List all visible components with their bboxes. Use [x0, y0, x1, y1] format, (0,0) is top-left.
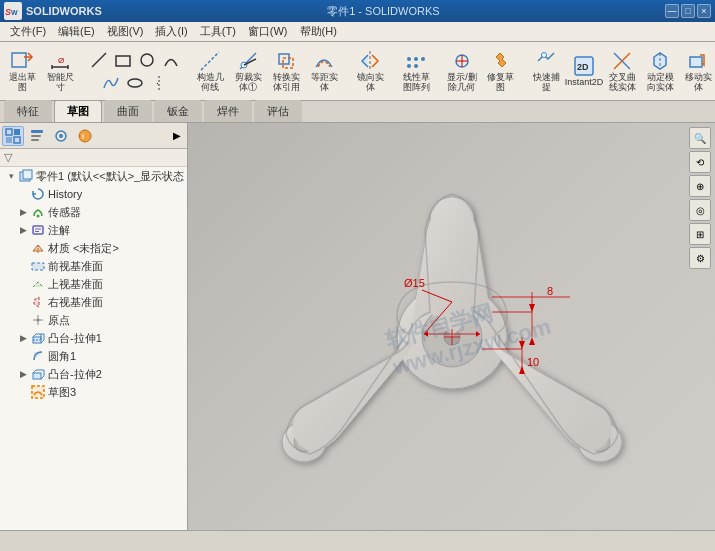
tree-expand-root[interactable]: ▾ [4, 171, 18, 181]
quick-snap-button[interactable]: 快速捕捉 [528, 46, 564, 96]
trim-button[interactable]: 剪裁实体① [230, 46, 266, 96]
menu-file[interactable]: 文件(F) [4, 22, 52, 41]
spline-tool-button[interactable] [100, 72, 122, 94]
linear-sketch-button[interactable]: 线性草图阵列 [398, 46, 434, 96]
front-plane-icon [30, 258, 46, 274]
zoom-to-fit-button[interactable]: ⊕ [689, 175, 711, 197]
tree-label-annotation: 注解 [48, 223, 70, 238]
point-tool-button[interactable]: · [148, 72, 170, 94]
smart-dim-button[interactable]: Ø 智能尺寸 [42, 46, 78, 96]
line-tool-button[interactable] [88, 49, 110, 71]
tree-item-history[interactable]: History [0, 185, 187, 203]
tree-item-annotation[interactable]: ▶ 注解 [0, 221, 187, 239]
instant2d-button[interactable]: 2D Instant2D [566, 46, 602, 96]
rotate-view-button[interactable]: ⟲ [689, 151, 711, 173]
svg-rect-60 [33, 373, 41, 379]
menu-window[interactable]: 窗口(W) [242, 22, 294, 41]
tree-item-root[interactable]: ▾ 零件1 (默认<<默认>_显示状态 1>) [0, 167, 187, 185]
menu-edit[interactable]: 编辑(E) [52, 22, 101, 41]
settings-button[interactable]: ⚙ [689, 247, 711, 269]
left-tab-more[interactable]: ▶ [169, 126, 185, 146]
sketch-toolbar: 退出草图 Ø 智能尺寸 [0, 42, 715, 100]
tree-label-top-plane: 上视基准面 [48, 277, 103, 292]
svg-line-9 [92, 53, 106, 67]
tree-expand-boss1[interactable]: ▶ [16, 333, 30, 343]
move-body-button[interactable]: 移动实体 [680, 46, 715, 96]
menu-insert[interactable]: 插入(I) [149, 22, 193, 41]
tree-label-sensor: 传感器 [48, 205, 81, 220]
tree-item-boss2[interactable]: ▶ 凸台-拉伸2 [0, 365, 187, 383]
intersect-button[interactable]: 交叉曲线实体 [604, 46, 640, 96]
tab-feature[interactable]: 特征 [4, 100, 52, 122]
tree-label-fillet1: 圆角1 [48, 349, 76, 364]
construct-geom-icon [198, 49, 222, 73]
tree-expand-sensor[interactable]: ▶ [16, 207, 30, 217]
view-orient-button[interactable]: ◎ [689, 199, 711, 221]
configuration-manager-tab[interactable] [50, 126, 72, 146]
display-style-button[interactable]: ⊞ [689, 223, 711, 245]
tree-item-sketch3[interactable]: 草图3 [0, 383, 187, 401]
svg-rect-3 [12, 53, 26, 67]
menu-tools[interactable]: 工具(T) [194, 22, 242, 41]
convert-icon [274, 49, 298, 73]
property-manager-tab[interactable] [26, 126, 48, 146]
tree-item-top-plane[interactable]: 上视基准面 [0, 275, 187, 293]
intersect-label: 交叉曲线实体 [609, 73, 636, 93]
window-controls: — □ × [665, 4, 711, 18]
convert-button[interactable]: 转换实体引用 [268, 46, 304, 96]
construct-geom-button[interactable]: 构造几何线 [192, 46, 228, 96]
tab-sheetmetal[interactable]: 钣金 [154, 100, 202, 122]
dynamic-mirror-icon [648, 49, 672, 73]
feature-manager-tab[interactable] [2, 126, 24, 146]
mirror-body-button[interactable]: 镜向实体 [352, 46, 388, 96]
offset-button[interactable]: 等距实体 [306, 46, 342, 96]
tree-expand-annotation[interactable]: ▶ [16, 225, 30, 235]
viewport[interactable]: Ø15 8 10 软件自学网www.rjzxw.com [188, 123, 715, 530]
show-geom-button[interactable]: 显示/删除几何 [444, 46, 480, 96]
svg-rect-37 [6, 137, 12, 143]
close-button[interactable]: × [697, 4, 711, 18]
quick-snap-label: 快速捕捉 [533, 73, 560, 93]
viewport-tools: 🔍 ⟲ ⊕ ◎ ⊞ ⚙ [689, 127, 711, 269]
svg-rect-17 [279, 54, 289, 64]
tree-expand-boss2[interactable]: ▶ [16, 369, 30, 379]
tree-item-right-plane[interactable]: 右视基准面 [0, 293, 187, 311]
menu-view[interactable]: 视图(V) [101, 22, 150, 41]
tree-label-sketch3: 草图3 [48, 385, 76, 400]
exit-sketch-button[interactable]: 退出草图 [4, 46, 40, 96]
maximize-button[interactable]: □ [681, 4, 695, 18]
tree-item-material[interactable]: 材质 <未指定> [0, 239, 187, 257]
tab-sketch[interactable]: 草图 [54, 100, 102, 122]
svg-rect-39 [31, 130, 43, 133]
dxf-tab[interactable]: i [74, 126, 96, 146]
circle-tool-button[interactable] [136, 49, 158, 71]
repair-sketch-button[interactable]: 修复草图 [482, 46, 518, 96]
construct-geom-label: 构造几何线 [197, 73, 224, 93]
search-tool-button[interactable]: 🔍 [689, 127, 711, 149]
tree-item-fillet1[interactable]: 圆角1 [0, 347, 187, 365]
svg-text:Ø: Ø [58, 56, 64, 65]
tab-weldment[interactable]: 焊件 [204, 100, 252, 122]
toolbar-area: 退出草图 Ø 智能尺寸 [0, 42, 715, 101]
tree-item-sensor[interactable]: ▶ 传感器 [0, 203, 187, 221]
tab-evaluate[interactable]: 评估 [254, 100, 302, 122]
minimize-button[interactable]: — [665, 4, 679, 18]
tree-item-front-plane[interactable]: 前视基准面 [0, 257, 187, 275]
tree-label-boss1: 凸台-拉伸1 [48, 331, 102, 346]
svg-marker-85 [529, 304, 535, 312]
arc-tool-button[interactable] [160, 49, 182, 71]
menu-help[interactable]: 帮助(H) [294, 22, 343, 41]
tab-surface[interactable]: 曲面 [104, 100, 152, 122]
tree-item-boss1[interactable]: ▶ 凸台-拉伸1 [0, 329, 187, 347]
tree-item-origin[interactable]: 原点 [0, 311, 187, 329]
svg-point-56 [37, 319, 40, 322]
svg-point-24 [414, 64, 418, 68]
svg-point-12 [128, 79, 142, 87]
dynamic-mirror-button[interactable]: 动定模向实体 [642, 46, 678, 96]
svg-rect-53 [32, 263, 44, 270]
rect-tool-button[interactable] [112, 49, 134, 71]
ellipse-tool-button[interactable] [124, 72, 146, 94]
offset-icon [312, 49, 336, 73]
instant2d-label: Instant2D [565, 78, 604, 88]
part-drawing: Ø15 8 10 [212, 142, 692, 512]
